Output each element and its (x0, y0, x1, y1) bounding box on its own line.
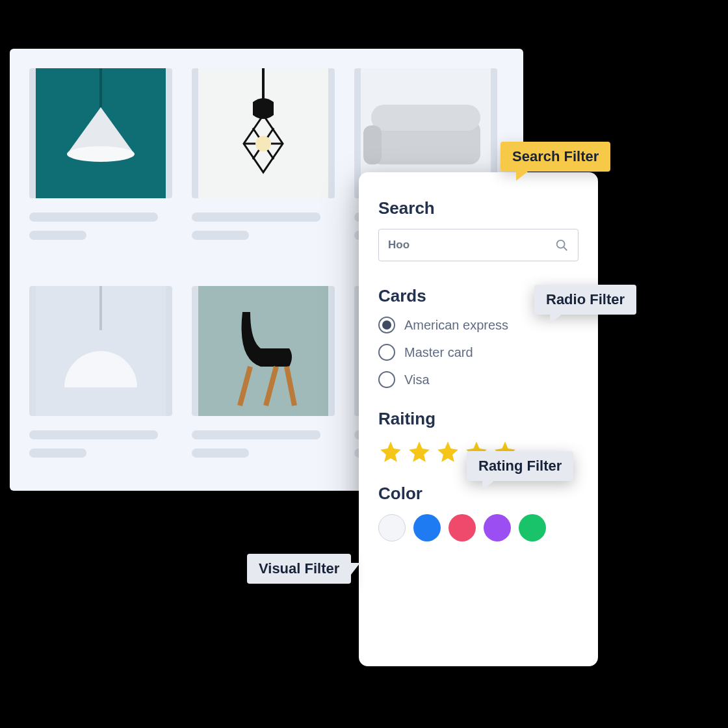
color-swatch[interactable] (378, 514, 406, 541)
color-swatch[interactable] (519, 514, 546, 541)
svg-line-17 (564, 247, 567, 250)
product-image-chair (192, 286, 335, 416)
skeleton-line (192, 231, 249, 240)
product-card[interactable] (192, 286, 335, 484)
radio-indicator (378, 344, 395, 361)
star-icon[interactable] (436, 439, 460, 464)
color-swatch[interactable] (484, 514, 511, 541)
skeleton-line (192, 448, 249, 458)
search-title: Search (378, 198, 578, 218)
color-swatch[interactable] (448, 514, 476, 541)
product-image-dome-lamp (29, 286, 172, 416)
product-card[interactable] (192, 68, 335, 266)
color-swatch-row (378, 514, 578, 541)
svg-point-5 (255, 136, 271, 151)
svg-rect-8 (371, 105, 480, 131)
callout-search-filter: Search Filter (500, 142, 610, 172)
svg-rect-9 (363, 125, 382, 164)
callout-radio-filter: Radio Filter (534, 285, 636, 315)
radio-american-express[interactable]: American express (378, 317, 578, 333)
star-icon[interactable] (378, 439, 403, 464)
skeleton-line (29, 430, 158, 439)
star-icon[interactable] (407, 439, 432, 464)
search-field[interactable] (378, 229, 578, 261)
search-input[interactable] (388, 239, 554, 252)
skeleton-line (29, 231, 86, 240)
product-card[interactable] (29, 68, 172, 266)
filter-panel: Search Cards American express Master car… (359, 172, 598, 666)
skeleton-line (29, 448, 86, 458)
callout-rating-filter: Rating Filter (467, 451, 573, 481)
color-title: Color (378, 484, 578, 504)
skeleton-line (192, 430, 320, 439)
product-image-pendant (29, 68, 172, 198)
svg-point-16 (557, 240, 565, 248)
product-image-cage-lamp (192, 68, 335, 198)
color-swatch[interactable] (413, 514, 441, 541)
callout-visual-filter: Visual Filter (247, 554, 351, 584)
radio-label: Master card (404, 345, 473, 360)
product-card[interactable] (29, 286, 172, 484)
radio-indicator (378, 317, 395, 333)
radio-label: Visa (404, 372, 430, 387)
radio-master-card[interactable]: Master card (378, 344, 578, 361)
skeleton-line (192, 213, 320, 222)
radio-indicator (378, 371, 395, 388)
skeleton-line (29, 213, 158, 222)
svg-point-2 (67, 146, 135, 162)
rating-title: Raiting (378, 409, 578, 429)
radio-visa[interactable]: Visa (378, 371, 578, 388)
radio-label: American express (404, 318, 508, 333)
search-icon (554, 238, 569, 252)
cards-radio-group: American express Master card Visa (378, 317, 578, 388)
